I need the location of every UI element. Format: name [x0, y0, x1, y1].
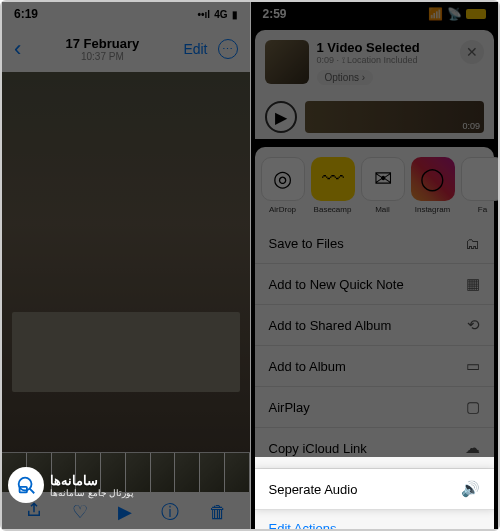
nav-title: 17 February	[66, 36, 140, 51]
edit-actions-button[interactable]: Edit Actions...	[255, 510, 495, 529]
action-label: Save to Files	[269, 236, 344, 251]
action-label: Add to Shared Album	[269, 318, 392, 333]
share-icon[interactable]	[25, 501, 43, 524]
airdrop-icon: ◎	[261, 157, 305, 201]
action-icon: ▭	[466, 357, 480, 375]
info-icon[interactable]: ⓘ	[161, 500, 179, 524]
action-label: AirPlay	[269, 400, 310, 415]
network-label: 4G	[214, 9, 227, 20]
wifi-icon: 📡	[447, 7, 462, 21]
app-mail[interactable]: ✉Mail	[361, 157, 405, 214]
edit-button[interactable]: Edit	[183, 41, 207, 57]
status-time: 6:19	[14, 7, 38, 21]
action-icon: 🔊	[461, 480, 480, 498]
watermark-title: سامانه‌ها	[50, 473, 134, 488]
action-label: Seperate Audio	[269, 482, 358, 497]
heart-icon[interactable]: ♡	[72, 501, 88, 523]
share-thumbnail	[265, 40, 309, 84]
action-save-to-files[interactable]: Save to Files🗂	[255, 224, 495, 264]
play-icon[interactable]: ▶	[118, 501, 132, 523]
close-button[interactable]: ✕	[460, 40, 484, 64]
more-icon[interactable]: ⋯	[218, 39, 238, 59]
action-icon: 🗂	[465, 235, 480, 252]
action-airplay[interactable]: AirPlay▢	[255, 387, 495, 428]
svg-point-0	[19, 478, 32, 491]
app-instagram[interactable]: ◯Instagram	[411, 157, 455, 214]
watermark-logo	[8, 467, 44, 503]
action-label: Copy iCloud Link	[269, 441, 367, 456]
battery-icon	[466, 9, 486, 19]
mail-icon: ✉	[361, 157, 405, 201]
action-add-to-shared-album[interactable]: Add to Shared Album⟲	[255, 305, 495, 346]
video-thumbnail[interactable]: 0:09	[305, 101, 485, 133]
signal-icon: ••ıl	[198, 9, 211, 20]
photo-viewer[interactable]	[2, 72, 250, 452]
action-list: Save to Files🗂Add to New Quick Note▦Add …	[255, 224, 495, 510]
watermark: سامانه‌ها پورتال جامع سامانه‌ها	[8, 467, 134, 503]
basecamp-icon: 〰	[311, 157, 355, 201]
share-title: 1 Video Selected	[317, 40, 485, 55]
fa-icon	[461, 157, 499, 201]
share-meta: 0:09 · ⟟ Location Included	[317, 55, 485, 66]
app-basecamp[interactable]: 〰Basecamp	[311, 157, 355, 214]
action-add-to-album[interactable]: Add to Album▭	[255, 346, 495, 387]
app-label: AirDrop	[261, 205, 305, 214]
action-label: Add to Album	[269, 359, 346, 374]
action-icon: ▦	[466, 275, 480, 293]
action-icon: ⟲	[467, 316, 480, 334]
action-label: Add to New Quick Note	[269, 277, 404, 292]
share-header: 1 Video Selected 0:09 · ⟟ Location Inclu…	[255, 30, 495, 95]
battery-icon: ▮	[232, 9, 238, 20]
play-button[interactable]: ▶	[265, 101, 297, 133]
action-copy-icloud-link[interactable]: Copy iCloud Link☁	[255, 428, 495, 469]
app-label: Basecamp	[311, 205, 355, 214]
app-airdrop[interactable]: ◎AirDrop	[261, 157, 305, 214]
watermark-subtitle: پورتال جامع سامانه‌ها	[50, 488, 134, 498]
video-preview-strip: ▶ 0:09	[255, 95, 495, 139]
app-label: Fa	[461, 205, 499, 214]
signal-icon: 📶	[428, 7, 443, 21]
nav-subtitle: 10:37 PM	[66, 51, 140, 62]
back-button[interactable]: ‹	[14, 36, 21, 62]
nav-bar: ‹ 17 February 10:37 PM Edit ⋯	[2, 26, 250, 72]
status-time-r: 2:59	[263, 7, 287, 21]
action-icon: ☁	[465, 439, 480, 457]
status-bar-right: 2:59 📶 📡	[251, 2, 499, 26]
app-share-row: ◎AirDrop〰Basecamp✉Mail◯InstagramFa	[255, 147, 495, 224]
app-fa[interactable]: Fa	[461, 157, 499, 214]
instagram-icon: ◯	[411, 157, 455, 201]
app-label: Instagram	[411, 205, 455, 214]
options-button[interactable]: Options ›	[317, 70, 374, 85]
trash-icon[interactable]: 🗑	[209, 502, 227, 523]
app-label: Mail	[361, 205, 405, 214]
video-duration: 0:09	[462, 121, 480, 131]
action-add-to-new-quick-note[interactable]: Add to New Quick Note▦	[255, 264, 495, 305]
action-icon: ▢	[466, 398, 480, 416]
status-bar-left: 6:19 ••ıl 4G ▮	[2, 2, 250, 26]
action-seperate-audio[interactable]: Seperate Audio🔊	[255, 469, 495, 510]
